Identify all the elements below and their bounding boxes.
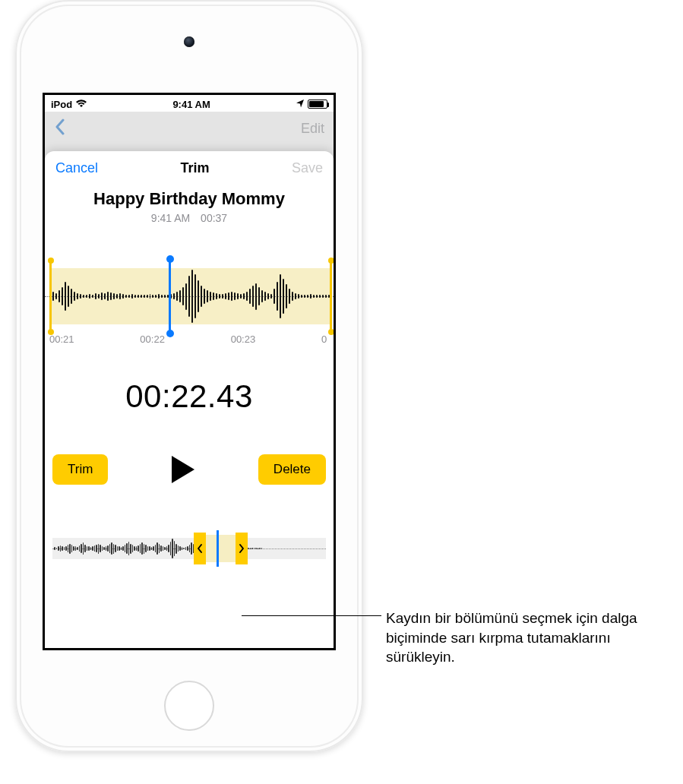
time-label: 00:21 [49,334,74,345]
waveform-zoom[interactable] [45,264,334,329]
time-label: 00:23 [231,334,256,345]
recording-title: Happy Birthday Mommy [45,189,334,209]
waveform-overview[interactable] [45,530,334,567]
screen: iPod 9:41 AM Edit Cancel [43,93,336,650]
callout-text: Kaydın bir bölümünü seçmek için dalga bi… [386,609,675,667]
playhead[interactable] [169,259,171,334]
sheet-nav: Cancel Trim Save [45,151,334,185]
zoom-time-labels: 00:21 00:22 00:23 0 [45,329,334,345]
delete-button[interactable]: Delete [258,454,326,485]
cancel-button[interactable]: Cancel [55,160,98,176]
time-label: 0 [321,334,329,345]
trim-button[interactable]: Trim [52,454,108,485]
overview-playhead[interactable] [217,530,219,567]
status-time: 9:41 AM [172,99,210,110]
ipod-device-frame: iPod 9:41 AM Edit Cancel [15,0,363,752]
recording-time: 9:41 AM [151,212,190,224]
overview-selection [206,535,236,562]
recording-duration: 00:37 [201,212,227,224]
overview-bars [54,538,324,559]
trim-handle-right[interactable] [330,261,332,332]
time-label: 00:22 [140,334,165,345]
current-time-display: 00:22.43 [45,378,334,415]
front-camera [184,36,194,47]
recording-meta: 9:41 AM 00:37 [45,212,334,224]
trim-handle-left[interactable] [49,261,52,332]
callout-leader-line [242,615,381,616]
wifi-icon [75,99,87,110]
trim-sheet: Cancel Trim Save Happy Birthday Mommy 9:… [45,151,334,648]
location-icon [296,99,305,110]
save-button[interactable]: Save [292,160,323,176]
overview-trim-handle-right[interactable] [236,533,248,564]
sheet-title: Trim [180,160,209,176]
battery-icon [308,100,327,109]
controls-row: Trim Delete [45,454,334,485]
carrier-label: iPod [51,99,72,110]
overview-trim-handle-left[interactable] [194,533,206,564]
home-button[interactable] [164,681,214,731]
play-icon[interactable] [172,456,194,483]
status-bar: iPod 9:41 AM [45,95,334,112]
zoom-bars [49,268,332,324]
